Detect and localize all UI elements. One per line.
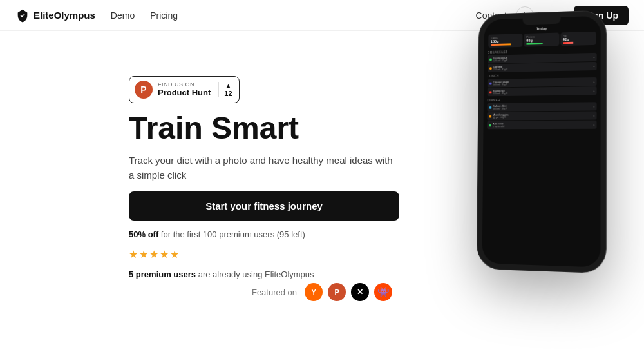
dinner-info-2: Mixed veggies 90 cal · 12g C xyxy=(493,112,593,119)
carbs-card: Carbs 180g xyxy=(488,34,523,48)
ph-count: 12 xyxy=(224,90,232,97)
logo[interactable]: EliteOlympus xyxy=(15,8,95,23)
protein-bar xyxy=(527,43,544,45)
carbs-value: 180g xyxy=(491,39,520,43)
star-5: ★ xyxy=(170,248,179,260)
featured-label: Featured on xyxy=(252,288,297,297)
hero-subtitle: Track your diet with a photo and have he… xyxy=(129,153,399,182)
breakfast-num-2: + xyxy=(593,64,594,68)
breakfast-info-1: Greek yogurt 120 cal · 15g P xyxy=(493,54,593,62)
featured-icons: Y P ✕ 👾 xyxy=(305,283,392,301)
users-rest: are already using EliteOlympus xyxy=(196,270,314,279)
fat-bar xyxy=(563,42,574,44)
twitter-x-icon[interactable]: ✕ xyxy=(351,283,369,301)
dinner-item-3: Add meal + tap to add + xyxy=(487,121,596,130)
offer-highlight: 50% off xyxy=(129,230,158,239)
featured-bar: Featured on Y P ✕ 👾 xyxy=(0,283,644,301)
main-content: P FIND US ON Product Hunt ▲ 12 Train Sma… xyxy=(0,31,644,311)
lunch-dot-2 xyxy=(489,91,492,93)
dinner-item-2: Mixed veggies 90 cal · 12g C + xyxy=(487,111,596,120)
breakfast-section: Breakfast Greek yogurt 120 cal · 15g P + xyxy=(488,48,597,72)
nav-demo[interactable]: Demo xyxy=(111,10,135,21)
hackernews-icon[interactable]: Y xyxy=(305,283,323,301)
social-proof: 5 premium users are already using EliteO… xyxy=(129,270,399,279)
dinner-num-3: + xyxy=(593,123,594,126)
phone-screen: Today Carbs 180g Protein 95g xyxy=(482,16,601,268)
star-1: ★ xyxy=(129,248,138,260)
dinner-num-2: + xyxy=(593,113,594,117)
phone-frame: Today Carbs 180g Protein 95g xyxy=(477,10,606,273)
fat-card: Fat 42g xyxy=(560,32,596,46)
breakfast-dot-1 xyxy=(489,58,492,61)
breakfast-item-2: Oatmeal 150 cal · 32g C + xyxy=(488,62,597,72)
hero-section: P FIND US ON Product Hunt ▲ 12 Train Sma… xyxy=(129,63,399,279)
phone-notch xyxy=(523,17,561,25)
lunch-section: Lunch Chicken salad 340 cal · 42g P + xyxy=(488,72,597,96)
breakfast-num-1: + xyxy=(593,55,594,59)
lunch-num-2: + xyxy=(593,89,594,92)
ph-arrow-icon: ▲ xyxy=(225,82,232,90)
producthunt-icon[interactable]: P xyxy=(328,283,346,301)
cta-button[interactable]: Start your fitness journey xyxy=(129,191,399,221)
dinner-num-1: + xyxy=(593,104,594,108)
lunch-info-1: Chicken salad 340 cal · 42g P xyxy=(493,79,593,86)
dinner-dot-3 xyxy=(489,124,491,126)
dinner-item-1: Salmon fillet 380 cal · 38g P + xyxy=(487,102,596,111)
dinner-label: Dinner xyxy=(488,97,597,102)
users-count: 5 premium users xyxy=(129,270,196,279)
nav-left: EliteOlympus Demo Pricing xyxy=(15,8,178,23)
offer-text: 50% off for the first 100 premium users … xyxy=(129,230,399,239)
lunch-cals-2: 215 cal · 45g C xyxy=(493,91,593,95)
hero-title: Train Smart xyxy=(129,112,399,144)
nav-pricing[interactable]: Pricing xyxy=(150,10,178,21)
dinner-section: Dinner Salmon fillet 380 cal · 38g P + xyxy=(487,97,596,129)
screen-title: Today xyxy=(488,25,597,32)
ph-upvote: ▲ 12 xyxy=(218,82,232,97)
ph-find-label: FIND US ON xyxy=(158,81,211,88)
lunch-item-2: Brown rice 215 cal · 45g C + xyxy=(488,86,597,96)
star-4: ★ xyxy=(160,248,169,260)
dinner-cals-1: 380 cal · 38g P xyxy=(493,106,593,110)
star-3: ★ xyxy=(149,248,158,260)
ph-name-label: Product Hunt xyxy=(158,88,211,97)
ph-logo-icon: P xyxy=(135,81,153,99)
screen-content: Today Carbs 180g Protein 95g xyxy=(483,16,600,134)
fat-value: 42g xyxy=(563,37,594,41)
dinner-info-3: Add meal + tap to add xyxy=(493,122,593,128)
dinner-info-1: Salmon fillet 380 cal · 38g P xyxy=(493,103,593,110)
star-rating: ★ ★ ★ ★ ★ xyxy=(129,248,399,260)
lunch-info-2: Brown rice 215 cal · 45g C xyxy=(493,88,593,95)
protein-card: Protein 95g xyxy=(524,33,560,47)
dinner-dot-1 xyxy=(489,106,491,108)
carbs-bar xyxy=(491,43,511,46)
logo-text: EliteOlympus xyxy=(33,10,95,21)
star-2: ★ xyxy=(139,248,148,260)
breakfast-dot-2 xyxy=(489,67,492,70)
protein-value: 95g xyxy=(527,38,557,43)
lunch-dot-1 xyxy=(489,82,492,84)
dinner-dot-2 xyxy=(489,115,491,117)
phone-mockup: Today Carbs 180g Protein 95g xyxy=(477,12,618,295)
ph-text: FIND US ON Product Hunt xyxy=(158,81,211,97)
reddit-icon[interactable]: 👾 xyxy=(374,283,392,301)
product-hunt-badge[interactable]: P FIND US ON Product Hunt ▲ 12 xyxy=(129,76,240,103)
macro-row: Carbs 180g Protein 95g Fat 42g xyxy=(488,32,596,48)
dinner-cals-3: + tap to add xyxy=(493,125,593,128)
lunch-num-1: + xyxy=(593,80,594,83)
offer-rest: for the first 100 premium users (95 left… xyxy=(158,230,305,239)
lunch-item-1: Chicken salad 340 cal · 42g P + xyxy=(488,77,597,88)
breakfast-info-2: Oatmeal 150 cal · 32g C xyxy=(493,63,594,71)
